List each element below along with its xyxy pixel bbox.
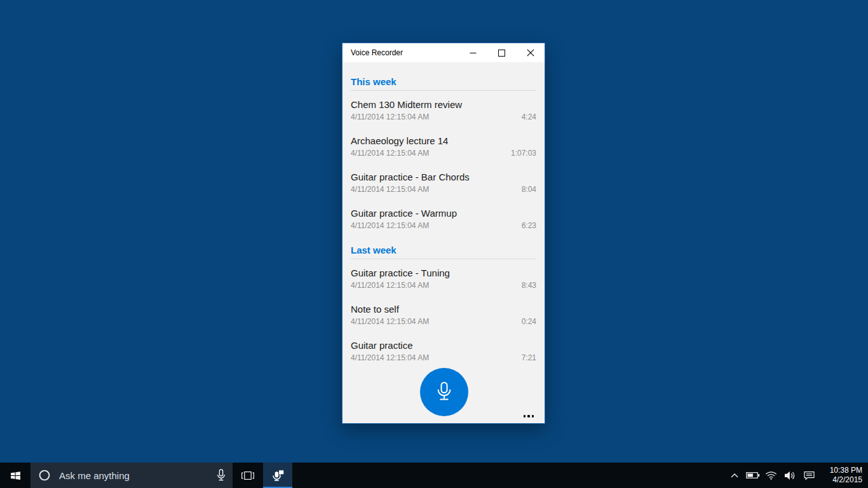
maximize-icon bbox=[498, 50, 505, 57]
record-button[interactable] bbox=[420, 368, 468, 416]
close-button[interactable] bbox=[516, 43, 545, 62]
taskbar-spacer bbox=[292, 463, 725, 488]
chevron-up-icon bbox=[730, 473, 739, 478]
recording-title: Guitar practice bbox=[351, 339, 536, 352]
battery-icon bbox=[746, 471, 760, 479]
recording-date: 4/11/2014 12:15:04 AM bbox=[351, 221, 429, 231]
recording-title: Guitar practice - Tuning bbox=[351, 266, 536, 280]
ellipsis-icon bbox=[524, 415, 534, 417]
microphone-icon bbox=[217, 469, 226, 482]
more-button[interactable] bbox=[520, 410, 538, 423]
recording-duration: 6:23 bbox=[522, 221, 536, 231]
volume-button[interactable] bbox=[780, 463, 799, 488]
recording-title: Guitar practice - Bar Chords bbox=[351, 170, 536, 184]
list-item[interactable]: Archaeology lecture 14 4/11/2014 12:15:0… bbox=[351, 127, 536, 163]
search-input[interactable] bbox=[58, 470, 217, 482]
list-item[interactable]: Chem 130 Midterm review 4/11/2014 12:15:… bbox=[351, 91, 536, 127]
recording-date: 4/11/2014 12:15:04 AM bbox=[351, 149, 429, 158]
recording-title: Guitar practice - Warmup bbox=[351, 207, 536, 220]
cortana-circle-icon bbox=[38, 469, 51, 482]
recording-title: Archaeology lecture 14 bbox=[351, 134, 536, 147]
minimize-icon bbox=[470, 50, 477, 57]
list-item[interactable]: Guitar practice 4/11/2014 12:15:04 AM 7:… bbox=[351, 332, 536, 368]
recordings-list: This week Chem 130 Midterm review 4/11/2… bbox=[342, 76, 545, 368]
desktop[interactable]: Voice Recorder bbox=[0, 0, 868, 488]
recording-title: Note to self bbox=[351, 302, 536, 316]
volume-icon bbox=[784, 471, 796, 480]
close-icon bbox=[527, 49, 534, 57]
clock[interactable]: 10:38 PM 4/2/2015 bbox=[820, 463, 868, 488]
wifi-icon bbox=[765, 471, 777, 480]
taskbar-app-voice-recorder[interactable] bbox=[263, 463, 292, 488]
windows-logo-icon bbox=[10, 470, 21, 481]
taskbar-search[interactable] bbox=[31, 463, 233, 488]
section-header-last-week: Last week bbox=[351, 244, 536, 259]
list-item[interactable]: Guitar practice - Tuning 4/11/2014 12:15… bbox=[351, 259, 536, 295]
network-button[interactable] bbox=[762, 463, 780, 488]
task-view-button[interactable] bbox=[233, 463, 263, 488]
recording-duration: 7:21 bbox=[522, 353, 536, 363]
recording-duration: 8:04 bbox=[522, 185, 536, 194]
minimize-button[interactable] bbox=[459, 43, 487, 62]
recording-duration: 8:43 bbox=[522, 281, 536, 290]
microphone-icon bbox=[433, 381, 456, 403]
list-item[interactable]: Guitar practice - Bar Chords 4/11/2014 1… bbox=[351, 163, 536, 200]
clock-date: 4/2/2015 bbox=[832, 475, 862, 485]
recording-date: 4/11/2014 12:15:04 AM bbox=[351, 353, 429, 363]
list-item[interactable]: Guitar practice - Warmup 4/11/2014 12:15… bbox=[351, 200, 536, 236]
recording-duration: 1:07:03 bbox=[511, 149, 536, 158]
recording-date: 4/11/2014 12:15:04 AM bbox=[351, 281, 429, 290]
recording-title: Chem 130 Midterm review bbox=[351, 98, 536, 111]
recording-date: 4/11/2014 12:15:04 AM bbox=[351, 317, 429, 327]
voice-recorder-window: Voice Recorder bbox=[342, 43, 545, 424]
battery-button[interactable] bbox=[743, 463, 762, 488]
action-center-icon bbox=[804, 471, 815, 480]
section-label: This week bbox=[351, 76, 536, 88]
section-header-this-week: This week bbox=[351, 76, 536, 91]
task-view-icon bbox=[241, 471, 255, 480]
action-center-button[interactable] bbox=[799, 463, 820, 488]
start-button[interactable] bbox=[0, 463, 31, 488]
clock-time: 10:38 PM bbox=[830, 466, 862, 475]
search-microphone-button[interactable] bbox=[217, 469, 226, 482]
system-tray: 10:38 PM 4/2/2015 bbox=[725, 463, 868, 488]
recording-date: 4/11/2014 12:15:04 AM bbox=[351, 185, 429, 194]
recording-duration: 4:24 bbox=[522, 112, 536, 122]
recording-date: 4/11/2014 12:15:04 AM bbox=[351, 112, 429, 122]
caption-buttons bbox=[459, 43, 545, 62]
voice-recorder-icon bbox=[271, 470, 285, 482]
maximize-button[interactable] bbox=[487, 43, 516, 62]
window-title: Voice Recorder bbox=[351, 48, 403, 57]
recording-duration: 0:24 bbox=[522, 317, 536, 327]
show-hidden-icons-button[interactable] bbox=[725, 463, 743, 488]
section-label: Last week bbox=[351, 244, 536, 256]
taskbar: 10:38 PM 4/2/2015 bbox=[0, 463, 868, 488]
list-item[interactable]: Note to self 4/11/2014 12:15:04 AM 0:24 bbox=[351, 295, 536, 332]
titlebar[interactable]: Voice Recorder bbox=[342, 43, 545, 62]
